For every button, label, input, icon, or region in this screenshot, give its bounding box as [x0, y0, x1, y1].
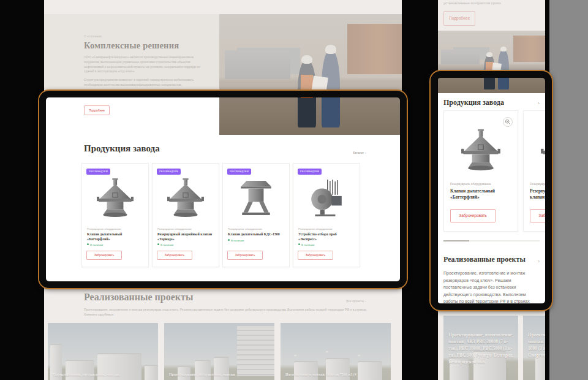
containers-silhouette — [225, 50, 290, 79]
project-caption: Изготовление и монтаж силосов 7500 м3 (4 — [285, 372, 386, 378]
recommend-badge: Рекомендуем — [86, 169, 110, 175]
project-caption: Проектирование, изготовление, монтаж, — [53, 372, 153, 378]
recommend-badge: Рекомендуем — [227, 169, 251, 175]
sampler-device-image — [307, 177, 345, 219]
project-card[interactable]: Проектирование, изготовление, монтаж, — [48, 323, 158, 380]
tank — [535, 355, 545, 380]
mobile-page-screenshot: установленные контрактом сроки. Подробне… — [438, 0, 545, 380]
product-card[interactable]: Резервуарное оборудование Клапан дыхател… — [443, 110, 518, 232]
intro-text-fragment: установленные контрактом сроки. — [443, 1, 502, 5]
workers-photo — [219, 14, 402, 135]
product-card[interactable]: Рекомендуем Резервуарное оборудование Ус… — [293, 163, 360, 267]
project-card[interactable]: Проектирование, изготовление, монтаж РВС… — [523, 316, 545, 380]
product-category: Резервуарное оборудование — [87, 227, 145, 230]
project-card[interactable]: Проектирование, изготовление, монтаж — [164, 323, 274, 380]
about-title: Комплексные решения — [84, 40, 206, 51]
product-category: Резервуарное оборудование — [450, 182, 513, 186]
breather-valve-image — [461, 128, 501, 172]
recommend-badge: Рекомендуем — [157, 169, 181, 175]
chevron-right-icon[interactable]: › — [538, 101, 540, 106]
product-title: Устройство отбора проб «Экспресс» — [298, 232, 356, 241]
building — [237, 326, 274, 376]
document-in-hands — [311, 76, 328, 95]
chevron-right-icon: › — [365, 151, 366, 154]
about-section: О компании Комплексные решения ООО «Сама… — [44, 14, 222, 91]
product-cards-carousel: Резервуарное оборудование Клапан дыхател… — [443, 110, 545, 232]
worker-figure — [484, 55, 495, 89]
product-category: Резервуарное оборудование — [530, 182, 545, 186]
projects-description: Проектирование, изготовление и монтаж ре… — [443, 270, 540, 313]
reserve-button[interactable]: Забронировать — [450, 209, 496, 222]
product-card[interactable]: Рекомендуем Резервуарное оборудование Кл… — [81, 163, 149, 267]
reserve-button[interactable]: Забронировать — [298, 251, 333, 260]
product-card[interactable]: Рекомендуем Резервуарное оборудование Ре… — [152, 163, 219, 267]
reserve-button[interactable]: Забронировать — [86, 251, 122, 260]
reserve-button[interactable]: Забронировать — [157, 251, 192, 260]
projects-description: Проектирование, изготовление и монтаж ре… — [84, 308, 375, 317]
product-title: Клапан дыхательный «Баттерфляй» — [450, 188, 513, 200]
recommend-badge: Рекомендуем — [298, 169, 322, 175]
workers-photo — [438, 31, 545, 93]
project-cards-row: Проектирование, изготовление, монтаж, АК… — [443, 316, 545, 380]
product-title: Клапан дыхательный КДС-1500 — [228, 232, 285, 237]
stock-dot-icon — [298, 243, 300, 245]
about-paragraph-1: ООО «Самаранефтегазпроект» является прои… — [84, 55, 206, 74]
chevron-right-icon[interactable]: › — [538, 259, 540, 264]
carousel-scrollbar-thumb[interactable] — [443, 240, 469, 241]
project-card[interactable]: Проектирование, изготовление, монтаж, АК… — [443, 316, 518, 380]
about-paragraph-2: Структура предприятия позволяет в коротк… — [84, 78, 206, 88]
containers-silhouette — [441, 50, 480, 64]
stock-status: В наличии — [157, 243, 215, 246]
kds-valve-image — [237, 177, 275, 219]
stock-dot-icon — [87, 243, 89, 245]
product-card[interactable]: Резервуарное оборудование Резервуарный а… — [523, 110, 545, 232]
product-category: Резервуарное оборудование — [228, 227, 285, 230]
reserve-button[interactable]: Забронировать — [530, 209, 545, 222]
worker-figure — [298, 60, 316, 127]
project-card[interactable]: Изготовление и монтаж силосов 7500 м3 (4 — [281, 323, 391, 380]
breather-valve-image — [167, 177, 205, 219]
stock-status: В наличии — [87, 243, 145, 246]
presentation-canvas: О компании Комплексные решения ООО «Сама… — [0, 0, 588, 380]
more-button[interactable]: Подробнее — [443, 11, 475, 26]
product-title: Клапан дыхательный «Баттерфляй» — [87, 232, 145, 241]
stock-status: В наличии — [228, 239, 285, 242]
stock-dot-icon — [228, 239, 230, 241]
breather-valve-image — [540, 128, 545, 172]
project-caption: Проектирование, изготовление, монтаж РВС… — [528, 332, 545, 359]
catalog-link[interactable]: Каталог› — [353, 151, 366, 154]
product-title: Резервуарный аварийный клапан «Торнадо» — [530, 188, 545, 200]
reserve-button[interactable]: Забронировать — [227, 251, 263, 260]
product-category: Резервуарное оборудование — [298, 227, 356, 230]
desktop-page-screenshot: О компании Комплексные решения ООО «Сама… — [44, 0, 402, 380]
projects-section-title: Реализованные проекты — [84, 292, 193, 303]
project-caption: Проектирование, изготовление, монтаж, АК… — [448, 332, 516, 365]
product-card[interactable]: Рекомендуем Резервуарное оборудование Кл… — [222, 163, 290, 267]
carousel-scrollbar — [443, 240, 540, 241]
products-section-title: Продукция завода — [443, 98, 504, 107]
projects-section-title: Реализованные проекты — [443, 255, 526, 264]
rusty-tank-silhouette — [513, 36, 546, 62]
project-cards-row: Проектирование, изготовление, монтаж, Пр… — [48, 323, 391, 380]
chevron-right-icon: › — [365, 299, 366, 303]
product-title: Резервуарный аварийный клапан «Торнадо» — [157, 232, 215, 241]
all-projects-link[interactable]: Все проекты› — [346, 299, 366, 303]
stock-dot-icon — [157, 243, 159, 245]
product-category: Резервуарное оборудование — [157, 227, 215, 230]
rusty-tank-silhouette — [347, 24, 402, 75]
zoom-icon[interactable] — [503, 117, 513, 127]
project-caption: Проектирование, изготовление, монтаж — [169, 372, 270, 378]
products-section-title: Продукция завода — [84, 143, 160, 154]
breather-valve-image — [96, 177, 134, 219]
document-in-hands — [492, 63, 502, 72]
product-cards-row: Рекомендуем Резервуарное оборудование Кл… — [81, 163, 360, 267]
stock-status: В наличии — [298, 243, 356, 246]
about-label: О компании — [84, 35, 206, 38]
more-button[interactable]: Подробнее — [84, 105, 110, 115]
side-gray-panel — [549, 0, 588, 380]
